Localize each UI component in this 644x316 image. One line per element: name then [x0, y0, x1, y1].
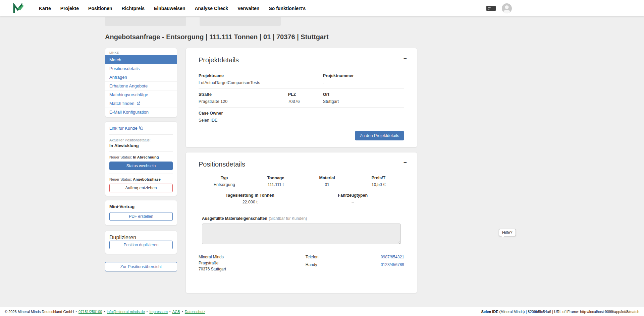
collapse-minus-icon[interactable]: − — [404, 56, 407, 61]
nav-item-karte[interactable]: Karte — [39, 6, 51, 11]
footer-copyright: © 2026 Mineral Minds Deutschland GmbH — [5, 310, 74, 314]
top-navbar: Karte Projekte Positionen Richtpreis Ein… — [0, 0, 644, 16]
tonnage-value: 111.111 t — [250, 182, 301, 187]
current-status-value: In Abwicklung — [109, 143, 173, 148]
contact-block: Mineral Minds Pragstraße 70376 Stuttgart… — [199, 251, 404, 273]
logo-icon — [13, 3, 24, 14]
material-properties-textarea[interactable] — [202, 224, 401, 244]
daily-output-value: 22.000 t — [199, 200, 302, 204]
mobile-label: Handy — [306, 262, 317, 267]
sidebar: LINKS Match Positionsdetails Anfragen Er… — [105, 48, 177, 271]
vehicle-types-value: – — [302, 200, 405, 204]
next-status-line-2: Neuer Status: Angebotsphase — [109, 177, 173, 181]
material-label: Material — [302, 176, 353, 180]
sidebar-item-matchingvorschlaege[interactable]: Matchingvorschläge — [105, 90, 177, 99]
position-summary-row: Typ Entsorgung Tonnage 111.111 t Materia… — [199, 176, 404, 187]
change-status-button[interactable]: Status wechseln — [109, 162, 173, 170]
next-status-value: In Abrechnung — [133, 155, 159, 159]
next-status-line: Neuer Status: In Abrechnung — [109, 155, 173, 159]
current-status-label: Aktueller Positionsstatus: — [109, 138, 173, 142]
sidebar-item-match[interactable]: Match — [105, 55, 177, 64]
phone-link[interactable]: 0987/654321 — [381, 255, 404, 259]
daily-output-label: Tagesleistung in Tonnen — [199, 193, 302, 198]
type-field: Typ Entsorgung — [199, 176, 250, 187]
user-avatar-icon[interactable] — [502, 3, 512, 13]
city-value: Stuttgart — [323, 99, 404, 104]
next-status-label-2: Neuer Status: — [109, 177, 132, 181]
to-project-details-button[interactable]: Zu den Projektdetails — [355, 131, 404, 140]
page-container: Angebotsanfrage - Entsorgung | 111.111 T… — [105, 16, 539, 293]
mini-contract-card: Mini-Vertrag PDF erstellen — [105, 200, 177, 226]
type-label: Typ — [199, 176, 250, 180]
sidebar-item-email-konfiguration[interactable]: E-Mail Konfiguration — [105, 108, 177, 116]
copy-icon — [139, 126, 143, 131]
footer-links: © 2026 Mineral Minds Deutschland GmbH • … — [5, 310, 205, 314]
plz-value: 70376 — [288, 99, 323, 104]
position-details-title: Positionsdetails — [199, 161, 404, 168]
loading-placeholder-row — [105, 17, 539, 26]
contact-company: Mineral Minds — [199, 255, 306, 259]
help-button[interactable]: Hilfe? — [499, 229, 516, 236]
street-value: Pragstraße 120 — [199, 99, 288, 104]
tonnage-field: Tonnage 111.111 t — [250, 176, 301, 187]
vehicle-types-field: Fahrzeugtypen – — [302, 193, 405, 204]
customer-link[interactable]: Link für Kunde — [109, 126, 143, 131]
footer-agb-link[interactable]: AGB — [172, 310, 180, 314]
create-pdf-button[interactable]: PDF erstellen — [109, 212, 173, 221]
price-field: Preis/T 10,50 € — [353, 176, 404, 187]
project-name-field: Projektname LotActualTargetComparisonTes… — [199, 73, 323, 85]
next-status-label: Neuer Status: — [109, 155, 132, 159]
duplicate-title: Duplizieren — [109, 235, 173, 241]
footer-imprint-link[interactable]: Impressum — [149, 310, 167, 314]
contact-address: Mineral Minds Pragstraße 70376 Stuttgart — [199, 255, 306, 273]
title-divider — [105, 45, 539, 45]
mini-contract-title: Mini-Vertrag — [109, 204, 173, 209]
footer-email-link[interactable]: info@mineral-minds.de — [107, 310, 145, 314]
price-value: 10,50 € — [353, 182, 404, 187]
case-owner-label: Case Owner — [199, 111, 404, 116]
mobile-link[interactable]: 0123/456789 — [381, 262, 404, 267]
nav-item-positionen[interactable]: Positionen — [88, 6, 112, 11]
nav-item-richtpreis[interactable]: Richtpreis — [122, 6, 145, 11]
footer-user-info: Selen IDE (Mineral Minds) | 8209b5fc54a6… — [481, 310, 639, 314]
mineral-minds-logo[interactable] — [13, 3, 24, 14]
project-number-label: Projektnummer — [323, 73, 404, 78]
sidebar-item-erhaltene-angebote[interactable]: Erhaltene Angebote — [105, 81, 177, 90]
position-details-card: Positionsdetails − Typ Entsorgung Tonnag… — [185, 152, 417, 293]
customer-link-label: Link für Kunde — [109, 126, 138, 131]
footer-phone-link[interactable]: 07151/250100 — [78, 310, 102, 314]
withdraw-order-button[interactable]: Auftrag entziehen — [109, 184, 173, 192]
main-menu: Karte Projekte Positionen Richtpreis Ein… — [39, 6, 306, 11]
footer-user-details: (Mineral Minds) | 8209b5fc54a6 | URL of … — [498, 310, 639, 314]
duplicate-card: Duplizieren Position duplizieren — [105, 231, 177, 254]
contact-street: Pragstraße — [199, 261, 306, 265]
position-summary-row-2: Tagesleistung in Tonnen 22.000 t Fahrzeu… — [199, 193, 404, 204]
sidebar-item-positionsdetails[interactable]: Positionsdetails — [105, 64, 177, 73]
project-number-field: Projektnummer - — [323, 73, 404, 85]
nav-item-analyse-check[interactable]: Analyse Check — [195, 6, 228, 11]
sidebar-item-match-finden[interactable]: Match finden — [105, 99, 177, 108]
phone-label: Telefon — [306, 255, 319, 259]
contact-numbers: Telefon 0987/654321 Handy 0123/456789 — [306, 255, 404, 273]
daily-output-field: Tagesleistung in Tonnen 22.000 t — [199, 193, 302, 204]
case-owner-value: Selen IDE — [199, 118, 404, 123]
position-overview-button[interactable]: Zur Positionsübersicht — [105, 262, 177, 271]
nav-item-projekte[interactable]: Projekte — [60, 6, 79, 11]
project-details-title: Projektdetails — [199, 56, 404, 64]
links-caption: LINKS — [105, 48, 177, 55]
collapse-minus-icon[interactable]: − — [404, 160, 407, 166]
nav-item-so-funktionierts[interactable]: So funktioniert's — [269, 6, 306, 11]
skeleton-block — [200, 17, 281, 26]
project-number-value: - — [323, 80, 404, 85]
project-name-value: LotActualTargetComparisonTests — [199, 80, 323, 85]
footer-privacy-link[interactable]: Datenschutz — [185, 310, 205, 314]
material-properties-label: Ausgefüllte Materialeigenschaften — [202, 216, 267, 221]
page-title: Angebotsanfrage - Entsorgung | 111.111 T… — [105, 33, 539, 41]
nav-item-einbauweisen[interactable]: Einbauweisen — [154, 6, 185, 11]
type-value: Entsorgung — [199, 182, 250, 187]
sidebar-item-anfragen[interactable]: Anfragen — [105, 73, 177, 81]
main-content: Projektdetails − Projektname LotActualTa… — [185, 48, 417, 293]
server-icon[interactable] — [486, 5, 496, 12]
nav-item-verwalten[interactable]: Verwalten — [237, 6, 259, 11]
duplicate-position-button[interactable]: Position duplizieren — [109, 241, 173, 249]
